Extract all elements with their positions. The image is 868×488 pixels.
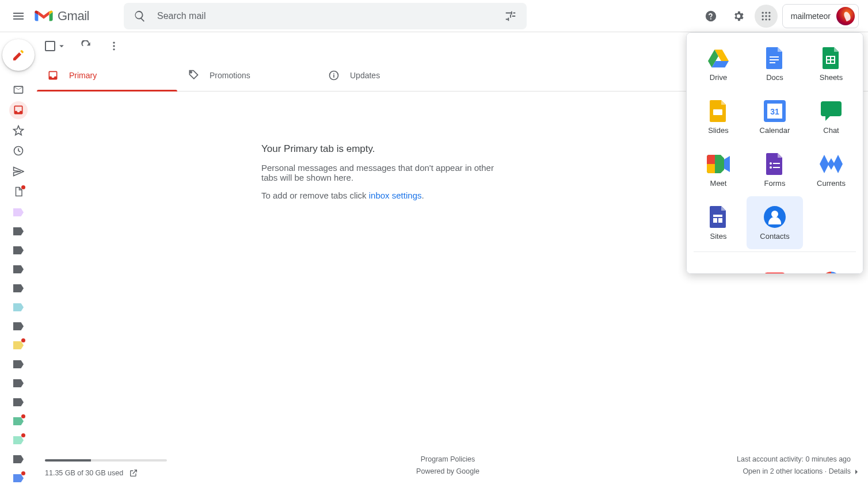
pencil-icon <box>12 48 25 62</box>
rail-label[interactable] <box>9 279 28 298</box>
gmail-logo-icon <box>35 9 53 23</box>
inbox-tray-icon <box>47 70 59 81</box>
search-input[interactable] <box>156 10 494 22</box>
send-icon <box>13 166 24 177</box>
checkbox-icon <box>45 41 55 51</box>
gmail-logo[interactable]: Gmail <box>35 9 89 24</box>
app-contacts[interactable]: Contacts <box>747 196 803 249</box>
currents-icon <box>820 155 843 173</box>
app-sites[interactable]: Sites <box>690 196 747 249</box>
tab-label: Updates <box>350 71 380 80</box>
app-docs[interactable]: Docs <box>747 37 803 90</box>
storage-text: 11.35 GB of 30 GB used <box>45 469 123 477</box>
rail-label[interactable] <box>9 336 28 354</box>
svg-rect-17 <box>713 109 722 115</box>
empty-subtitle: Personal messages and messages that don'… <box>261 163 497 182</box>
rail-primary[interactable] <box>9 101 28 119</box>
app-calendar[interactable]: 31 Calendar <box>747 90 803 143</box>
hamburger-icon <box>12 9 25 23</box>
settings-button[interactable] <box>727 5 750 28</box>
details-link[interactable]: Details <box>829 467 851 475</box>
refresh-icon <box>81 40 92 52</box>
search-options-button[interactable] <box>499 5 522 28</box>
tab-label: Primary <box>69 71 97 80</box>
main-menu-button[interactable] <box>5 2 32 30</box>
inbox-settings-link[interactable]: inbox settings <box>369 190 422 200</box>
svg-point-3 <box>762 15 763 17</box>
rail-label[interactable] <box>9 374 28 392</box>
refresh-button[interactable] <box>78 38 94 54</box>
app-chat[interactable]: Chat <box>803 90 859 143</box>
rail-snoozed[interactable] <box>9 142 28 160</box>
info-icon <box>328 70 340 81</box>
tab-updates[interactable]: Updates <box>318 60 458 91</box>
rail-label[interactable] <box>9 431 28 449</box>
svg-rect-14 <box>770 56 779 58</box>
support-button[interactable] <box>699 5 722 28</box>
rail-label[interactable] <box>9 355 28 373</box>
google-apps-button[interactable] <box>755 5 778 28</box>
svg-point-11 <box>113 45 115 47</box>
app-currents[interactable]: Currents <box>803 143 859 196</box>
rail-label[interactable] <box>9 450 28 468</box>
more-button[interactable] <box>106 38 122 54</box>
rail-drafts[interactable] <box>9 183 28 201</box>
svg-rect-32 <box>763 273 786 274</box>
meet-icon <box>707 155 730 173</box>
sheets-icon <box>823 47 840 69</box>
open-in-new-icon[interactable] <box>129 468 138 478</box>
search-bar[interactable] <box>124 3 527 29</box>
tune-icon <box>504 10 517 22</box>
search-button[interactable] <box>128 5 151 28</box>
tab-promotions[interactable]: Promotions <box>177 60 318 91</box>
app-meet[interactable]: Meet <box>690 143 747 196</box>
powered-by: Powered by Google <box>314 466 583 478</box>
footer: 11.35 GB of 30 GB used Program Policies … <box>37 450 868 489</box>
rail-sent[interactable] <box>9 162 28 180</box>
unread-dot <box>21 338 25 342</box>
app-sheets[interactable]: Sheets <box>803 37 859 90</box>
more-vert-icon <box>108 40 120 52</box>
apps-grid-icon <box>760 10 772 22</box>
rail-label[interactable] <box>9 317 28 336</box>
rail-label[interactable] <box>9 203 28 222</box>
rail-label[interactable] <box>9 469 28 487</box>
google-apps-menu: Drive Docs Sheets Slides 31 Calendar <box>686 32 863 274</box>
compose-button[interactable] <box>2 39 35 71</box>
account-switcher[interactable]: mailmeteor <box>782 4 859 28</box>
svg-point-31 <box>719 273 726 274</box>
rail-label[interactable] <box>9 412 28 430</box>
chat-icon <box>821 101 842 121</box>
program-policies-link[interactable]: Program Policies <box>421 455 475 463</box>
app-slides[interactable]: Slides <box>690 90 747 143</box>
inbox-tray-icon <box>13 104 24 116</box>
app-youtube[interactable] <box>747 254 803 274</box>
app-forms[interactable]: Forms <box>747 143 803 196</box>
rail-label[interactable] <box>9 298 28 317</box>
unread-dot <box>21 414 25 418</box>
svg-point-10 <box>113 42 115 44</box>
tag-icon <box>188 70 199 81</box>
svg-point-6 <box>762 18 763 20</box>
tab-primary[interactable]: Primary <box>37 60 177 91</box>
svg-rect-26 <box>713 218 717 223</box>
svg-rect-24 <box>773 167 780 168</box>
storage-bar <box>45 459 167 462</box>
select-all[interactable] <box>45 41 67 51</box>
rail-label[interactable] <box>9 241 28 260</box>
app-drive[interactable]: Drive <box>690 37 747 90</box>
main-content: Primary Promotions Updates Your Primary … <box>37 32 868 488</box>
rail-label[interactable] <box>9 222 28 241</box>
chevron-right-icon[interactable] <box>852 467 861 476</box>
app-groups[interactable] <box>690 254 747 274</box>
svg-point-29 <box>771 211 778 218</box>
search-icon <box>134 10 146 22</box>
rail-starred[interactable] <box>9 121 28 139</box>
empty-title: Your Primary tab is empty. <box>261 143 497 155</box>
gear-icon <box>732 10 745 22</box>
app-maps[interactable] <box>803 254 859 274</box>
rail-label[interactable] <box>9 260 28 279</box>
svg-point-23 <box>770 166 772 169</box>
rail-label[interactable] <box>9 393 28 411</box>
rail-inbox[interactable] <box>9 81 28 98</box>
